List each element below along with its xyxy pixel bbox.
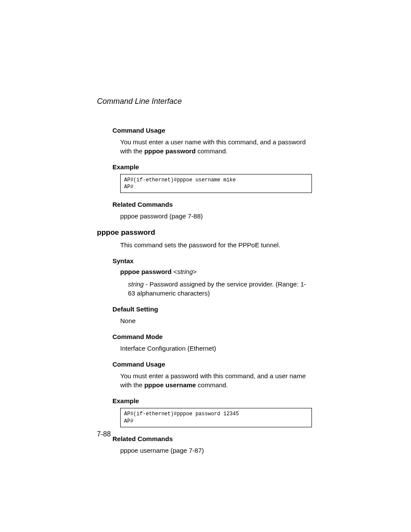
document-page: Command Line Interface Command Usage You… <box>0 0 411 455</box>
syntax-open: < <box>171 268 177 275</box>
text-post: command. <box>196 147 227 155</box>
text-bold: pppoe password <box>144 147 196 155</box>
syntax-cmd: pppoe password <box>120 268 171 275</box>
command-title: pppoe password <box>97 228 312 237</box>
syntax-close: > <box>193 268 197 275</box>
text-bold-2: pppoe username <box>144 381 196 389</box>
command-usage-text: You must enter a user name with this com… <box>120 137 312 156</box>
command-mode-value: Interface Configuration (Ethernet) <box>120 344 312 353</box>
example-code-box-2: AP#(if-ethernet)#pppoe password 12345 AP… <box>120 408 312 427</box>
page-number: 7-88 <box>97 430 111 438</box>
example-heading-2: Example <box>112 397 312 404</box>
related-commands-text: pppoe password (page 7-88) <box>120 212 312 221</box>
default-setting-value: None <box>120 316 312 325</box>
example-code-box: AP#(if-ethernet)#pppoe username mike AP# <box>120 174 312 193</box>
example-heading: Example <box>112 163 312 171</box>
command-usage-heading: Command Usage <box>112 127 312 134</box>
syntax-line: pppoe password <string> <box>120 268 312 275</box>
command-usage-text-2: You must enter a password with this comm… <box>120 371 312 389</box>
syntax-param: string <box>177 268 193 275</box>
related-commands-heading: Related Commands <box>112 201 312 208</box>
chapter-title: Command Line Interface <box>97 97 312 106</box>
related-commands-text-2: pppoe username (page 7-87) <box>120 446 312 455</box>
default-setting-heading: Default Setting <box>112 305 312 313</box>
param-name: string <box>128 280 144 288</box>
param-text: - Password assigned by the service provi… <box>128 280 306 297</box>
command-usage-heading-2: Command Usage <box>112 361 312 368</box>
command-mode-heading: Command Mode <box>112 333 312 340</box>
related-commands-heading-2: Related Commands <box>112 435 312 442</box>
text-post-2: command. <box>196 381 228 389</box>
command-intro: This command sets the password for the P… <box>120 240 312 249</box>
syntax-heading: Syntax <box>112 257 312 264</box>
param-description: string - Password assigned by the servic… <box>128 280 312 298</box>
